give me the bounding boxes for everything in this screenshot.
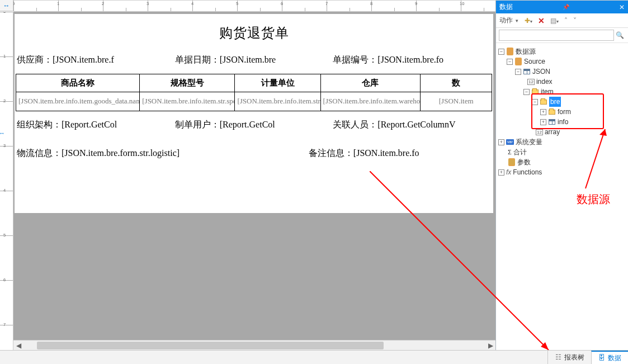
th-name[interactable]: 商品名称: [16, 74, 140, 92]
maker-field[interactable]: 制单用户：[Report.GetCol: [175, 119, 333, 131]
data-tree[interactable]: −数据源 −Source −JSON 12index −item −bre +f…: [496, 43, 628, 350]
bottom-tabs: ☷ 报表树 🗄 数据: [0, 350, 628, 364]
note-field[interactable]: 备注信息：[JSON.item.bre.fo: [309, 148, 491, 159]
org-field[interactable]: 组织架构：[Report.GetCol: [17, 119, 175, 131]
tree-item[interactable]: item: [541, 87, 554, 97]
ruler-horizontal[interactable]: 012345678910: [13, 1, 495, 12]
tree-params[interactable]: 参数: [517, 157, 531, 167]
collapse-icon[interactable]: −: [498, 49, 504, 55]
close-icon[interactable]: ✕: [619, 3, 625, 11]
tab-report-tree[interactable]: ☷ 报表树: [547, 351, 591, 364]
annotation-label: 数据源: [577, 194, 610, 204]
down-icon[interactable]: ˅: [573, 17, 577, 25]
td-qty[interactable]: [JSON.item: [421, 92, 492, 111]
ruler-corner[interactable]: ↔: [0, 1, 13, 11]
date-field[interactable]: 单据日期：[JSON.item.bre: [175, 54, 333, 66]
tree-source[interactable]: Source: [524, 56, 545, 67]
expand-icon[interactable]: +: [540, 119, 546, 125]
ruler-vertical[interactable]: 01234567: [0, 12, 13, 350]
tree-json[interactable]: JSON: [532, 67, 550, 77]
up-icon[interactable]: ˄: [564, 17, 568, 25]
tree-root[interactable]: 数据源: [516, 46, 536, 56]
search-input[interactable]: [499, 30, 614, 41]
number-field[interactable]: 单据编号：[JSON.item.bre.fo: [333, 54, 491, 66]
scroll-left-icon[interactable]: ◀: [13, 341, 23, 350]
actions-dropdown[interactable]: 动作 ▼: [499, 16, 519, 25]
expand-icon[interactable]: +: [498, 139, 504, 145]
report-table[interactable]: 商品名称 规格型号 计量单位 仓库 数 [JSON.item.bre.info.…: [16, 74, 492, 111]
report-page[interactable]: 购货退货单 供应商：[JSON.item.bre.f 单据日期：[JSON.it…: [15, 14, 493, 213]
collapse-icon[interactable]: −: [523, 89, 530, 95]
expand-icon[interactable]: +: [540, 109, 546, 115]
th-qty[interactable]: 数: [421, 74, 492, 92]
tree-bre[interactable]: bre: [549, 97, 561, 107]
tree-sysvar[interactable]: 系统变量: [516, 137, 542, 147]
collapse-icon[interactable]: −: [515, 69, 521, 75]
logistic-field[interactable]: 物流信息：[JSON.item.bre.form.str.logistic]: [17, 148, 309, 159]
related-field[interactable]: 关联人员：[Report.GetColumnV: [333, 119, 491, 131]
th-warehouse[interactable]: 仓库: [320, 74, 421, 92]
report-title[interactable]: 购货退货单: [15, 14, 493, 50]
var-icon: var: [506, 139, 514, 145]
number-icon: 12: [527, 79, 535, 85]
tree-sum[interactable]: 合计: [513, 147, 527, 157]
tree-info[interactable]: info: [558, 117, 568, 127]
tree-icon: ☷: [555, 354, 561, 361]
canvas[interactable]: 购货退货单 供应商：[JSON.item.bre.f 单据日期：[JSON.it…: [13, 12, 495, 350]
search-icon[interactable]: 🔍: [614, 30, 625, 41]
th-unit[interactable]: 计量单位: [235, 74, 320, 92]
collapse-icon[interactable]: −: [507, 59, 513, 65]
td-warehouse[interactable]: [JSON.item.bre.info.item.warehouse_data.…: [320, 92, 421, 111]
supplier-field[interactable]: 供应商：[JSON.item.bre.f: [17, 54, 175, 66]
td-name[interactable]: [JSON.item.bre.info.item.goods_data.name…: [16, 92, 140, 111]
pin-icon[interactable]: 📌: [563, 4, 569, 10]
collapse-icon[interactable]: −: [532, 99, 538, 105]
tree-index[interactable]: index: [536, 77, 553, 87]
delete-icon[interactable]: ✕: [538, 16, 545, 25]
tab-data[interactable]: 🗄 数据: [591, 351, 628, 364]
new-item-icon[interactable]: ✚▾: [525, 17, 532, 25]
td-unit[interactable]: [JSON.item.bre.info.item.str.cell]: [235, 92, 320, 111]
expand-icon[interactable]: +: [498, 169, 504, 176]
number-icon: 12: [536, 129, 543, 135]
resize-handle-icon[interactable]: ↔: [0, 130, 5, 136]
scroll-right-icon[interactable]: ▶: [485, 341, 495, 350]
data-panel: 数据 📌 ✕ 动作 ▼ ✚▾ ✕ ▤▾ ˄ ˅ 🔍 −数据源 −Source −…: [495, 1, 628, 350]
panel-title-label: 数据: [499, 2, 513, 12]
horizontal-scrollbar[interactable]: ◀ ▶: [13, 340, 495, 350]
panel-titlebar[interactable]: 数据 📌 ✕: [496, 1, 628, 13]
td-spec[interactable]: [JSON.item.bre.info.item.str.spec]: [140, 92, 235, 111]
th-spec[interactable]: 规格型号: [140, 74, 235, 92]
tree-array[interactable]: array: [545, 127, 560, 137]
design-area: ↔ 012345678910 01234567 购货退货单 供应商：[JSON.…: [0, 1, 495, 350]
scroll-thumb[interactable]: [37, 342, 384, 349]
tree-form[interactable]: form: [558, 107, 571, 117]
panel-toolbar: 动作 ▼ ✚▾ ✕ ▤▾ ˄ ˅: [496, 13, 628, 28]
database-icon: 🗄: [598, 354, 605, 361]
tree-functions[interactable]: Functions: [513, 167, 542, 177]
view-icon[interactable]: ▤▾: [550, 17, 559, 25]
